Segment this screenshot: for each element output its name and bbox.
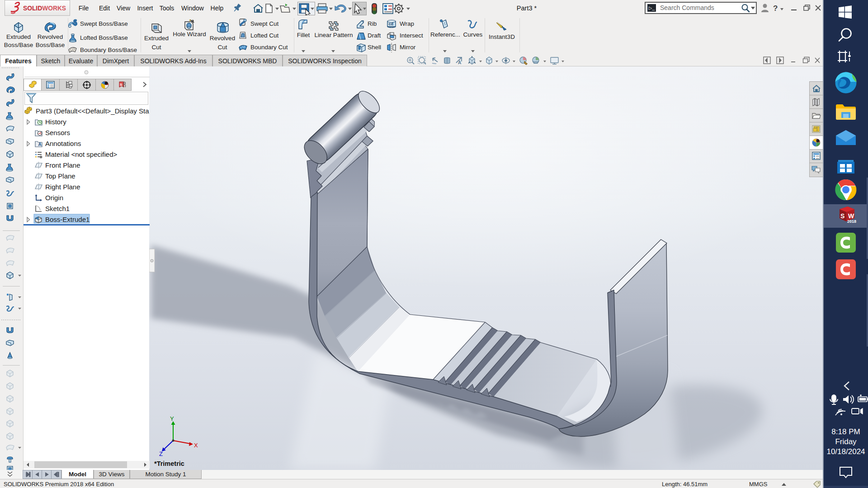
svg-text:Cut: Cut bbox=[217, 44, 227, 51]
svg-text:Swept Cut: Swept Cut bbox=[250, 20, 279, 27]
svg-text:Revolved: Revolved bbox=[210, 35, 235, 42]
svg-text:10/18/2024: 10/18/2024 bbox=[826, 447, 865, 456]
svg-text:A: A bbox=[458, 60, 461, 65]
svg-text:S: S bbox=[120, 83, 123, 87]
svg-text:cd: cd bbox=[389, 22, 394, 26]
svg-text:Material <not specified>: Material <not specified> bbox=[45, 150, 117, 158]
svg-text:Y: Y bbox=[170, 415, 174, 422]
svg-text:Boss/Base: Boss/Base bbox=[4, 42, 33, 48]
svg-text:2018: 2018 bbox=[847, 219, 856, 224]
svg-text:Part3 (Default<<Default>_Disp: Part3 (Default<<Default>_Display Sta bbox=[36, 107, 149, 115]
svg-text:Instant3D: Instant3D bbox=[489, 33, 515, 40]
svg-text:Shell: Shell bbox=[368, 44, 381, 51]
svg-text:Intersect: Intersect bbox=[400, 32, 423, 39]
svg-text:History: History bbox=[45, 118, 66, 126]
svg-text:Swept Boss/Base: Swept Boss/Base bbox=[80, 20, 128, 27]
svg-text:Annotations: Annotations bbox=[45, 140, 81, 147]
svg-text:Draft: Draft bbox=[368, 32, 381, 39]
svg-text:Z: Z bbox=[159, 450, 163, 457]
svg-text:Boundary Boss/Base: Boundary Boss/Base bbox=[80, 47, 137, 53]
svg-text:*Trimetric: *Trimetric bbox=[154, 460, 184, 467]
svg-text:Curves: Curves bbox=[463, 31, 483, 38]
svg-text:Boss/Base: Boss/Base bbox=[36, 42, 65, 48]
svg-text:Rib: Rib bbox=[368, 20, 377, 27]
svg-text:Boss-Extrude1: Boss-Extrude1 bbox=[45, 216, 90, 223]
svg-text:Extruded: Extruded bbox=[144, 35, 169, 42]
svg-text:Boundary Cut: Boundary Cut bbox=[250, 44, 288, 51]
svg-text:W: W bbox=[848, 212, 854, 220]
svg-text:Referenc...: Referenc... bbox=[430, 31, 460, 38]
svg-text:Origin: Origin bbox=[45, 194, 63, 202]
svg-text:A: A bbox=[38, 142, 42, 147]
svg-text:Sensors: Sensors bbox=[45, 129, 70, 136]
svg-text:Cut: Cut bbox=[151, 44, 161, 51]
svg-text:Sketch1: Sketch1 bbox=[45, 205, 70, 212]
svg-text:Right Plane: Right Plane bbox=[45, 183, 80, 191]
svg-text:Mirror: Mirror bbox=[400, 44, 416, 51]
svg-text:Top Plane: Top Plane bbox=[45, 172, 75, 180]
svg-text:Extruded: Extruded bbox=[6, 33, 31, 40]
svg-text:Linear Pattern: Linear Pattern bbox=[315, 32, 353, 38]
svg-text:Revolved: Revolved bbox=[38, 33, 63, 40]
svg-text:?: ? bbox=[773, 4, 778, 13]
svg-text:Wrap: Wrap bbox=[400, 20, 414, 27]
svg-text:Front Plane: Front Plane bbox=[45, 161, 80, 169]
svg-text:Lofted Cut: Lofted Cut bbox=[250, 32, 279, 39]
svg-text:8:18 PM: 8:18 PM bbox=[831, 427, 860, 436]
svg-text:SOLIDWORKS: SOLIDWORKS bbox=[23, 5, 66, 12]
svg-text:Lofted Boss/Base: Lofted Boss/Base bbox=[80, 34, 128, 41]
svg-text:X: X bbox=[194, 442, 198, 449]
svg-text:Fillet: Fillet bbox=[297, 32, 310, 38]
svg-text:Friday: Friday bbox=[835, 437, 857, 446]
svg-text:S: S bbox=[840, 212, 844, 220]
svg-text:Hole Wizard: Hole Wizard bbox=[173, 31, 206, 38]
